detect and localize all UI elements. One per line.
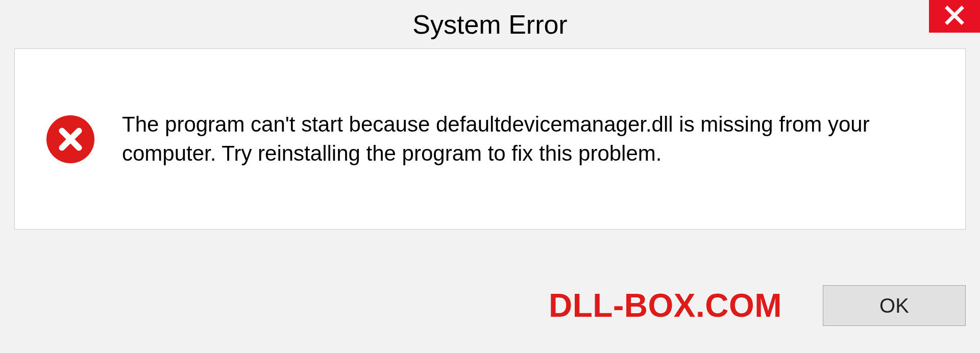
system-error-dialog: System Error The program can't start bec… xyxy=(0,0,980,353)
titlebar: System Error xyxy=(0,0,980,48)
error-icon xyxy=(45,114,95,164)
ok-button[interactable]: OK xyxy=(823,285,966,326)
content-panel: The program can't start because defaultd… xyxy=(14,48,966,230)
close-icon xyxy=(942,3,967,30)
dialog-footer: DLL-BOX.COM OK xyxy=(14,272,966,339)
dialog-title: System Error xyxy=(412,9,567,40)
close-button[interactable] xyxy=(929,0,980,33)
error-message: The program can't start because defaultd… xyxy=(122,110,908,168)
watermark-text: DLL-BOX.COM xyxy=(549,287,782,324)
